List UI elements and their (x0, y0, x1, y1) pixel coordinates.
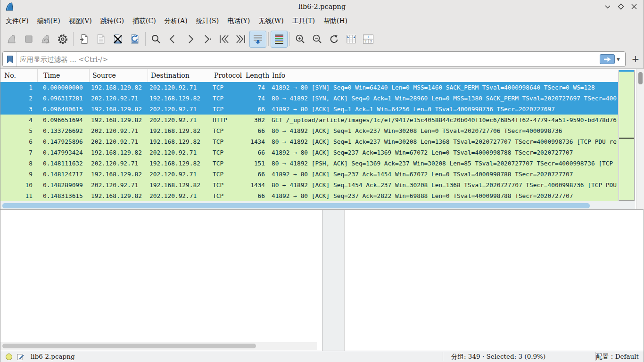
toolbar-separator (145, 32, 146, 46)
cell-no: 1 (0, 82, 37, 93)
last-packet-button[interactable] (232, 31, 249, 48)
menu-wireless[interactable]: 无线(W) (254, 13, 288, 28)
column-header-no[interactable]: No. (0, 69, 37, 82)
cell-src: 202.120.92.71 (89, 93, 148, 104)
status-profile[interactable]: 配置：Default (596, 351, 639, 362)
cell-no: 5 (0, 125, 37, 136)
pane-splitter[interactable] (322, 210, 345, 351)
cell-len: 1434 (243, 136, 269, 147)
menu-analyze[interactable]: 分析(A) (160, 13, 192, 28)
resize-columns-button[interactable] (343, 31, 360, 48)
packet-row[interactable]: 110.148313615192.168.129.82202.120.92.71… (0, 190, 618, 201)
details-horizontal-scrollbar[interactable] (0, 342, 317, 350)
column-header-time[interactable]: Time (37, 69, 89, 82)
cell-info: 80 → 41892 [ACK] Seq=1 Ack=237 Win=30208… (269, 136, 618, 147)
column-header-destination[interactable]: Destination (148, 69, 211, 82)
intelligent-scrollbar-minimap[interactable] (619, 70, 635, 201)
menu-statistics[interactable]: 统计(S) (192, 13, 223, 28)
packet-row[interactable]: 90.148124717192.168.129.82202.120.92.71T… (0, 169, 618, 180)
close-button[interactable] (629, 2, 639, 11)
menu-edit[interactable]: 编辑(E) (33, 13, 65, 28)
cell-info: 41892 → 80 [ACK] Seq=237 Ack=2822 Win=69… (269, 190, 618, 201)
cell-len: 302 (243, 115, 269, 125)
zoom-reset-button[interactable] (326, 31, 343, 48)
packet-row[interactable]: 60.147925896202.120.92.71192.168.129.82T… (0, 136, 618, 147)
expert-info-icon[interactable] (5, 353, 13, 361)
go-forward-button[interactable] (182, 31, 198, 48)
menu-file[interactable]: 文件(F) (1, 13, 33, 28)
filter-bar: ▼ + (0, 50, 644, 68)
reload-file-button[interactable] (126, 31, 143, 48)
packet-row[interactable]: 100.148289099202.120.92.71192.168.129.82… (0, 180, 618, 190)
display-filter-input[interactable] (17, 52, 600, 66)
start-capture-button[interactable] (3, 31, 20, 48)
packet-row[interactable]: 10.000000000192.168.129.82202.120.92.71T… (0, 82, 618, 93)
menu-telephony[interactable]: 电话(Y) (223, 13, 254, 28)
minimap-marker (619, 138, 634, 139)
find-packet-button[interactable] (148, 31, 165, 48)
cell-info: 41892 → 80 [ACK] Seq=1 Ack=1 Win=64256 L… (269, 104, 618, 115)
column-header-source[interactable]: Source (89, 69, 148, 82)
menu-help[interactable]: 帮助(H) (319, 13, 352, 28)
cell-dst: 202.120.92.71 (148, 169, 211, 180)
cell-src: 192.168.129.82 (89, 82, 148, 93)
go-to-packet-button[interactable] (198, 31, 215, 48)
close-file-button[interactable] (109, 31, 126, 48)
column-header-protocol[interactable]: Protocol (211, 69, 243, 82)
packet-row[interactable]: 80.148111632202.120.92.71192.168.129.82T… (0, 158, 618, 169)
status-bar: lib6-2.pcapng 分组: 349 · Selected: 3 (0.9… (0, 351, 644, 362)
menu-go[interactable]: 跳转(G) (96, 13, 128, 28)
zoom-out-button[interactable] (309, 31, 326, 48)
packet-row[interactable]: 40.096651694192.168.129.82202.120.92.71H… (0, 115, 618, 125)
menu-capture[interactable]: 捕获(C) (128, 13, 160, 28)
menu-view[interactable]: 视图(V) (65, 13, 96, 28)
cell-src: 202.120.92.71 (89, 180, 148, 190)
cell-no: 9 (0, 169, 37, 180)
column-header-length[interactable]: Length (243, 69, 269, 82)
auto-scroll-button[interactable] (249, 31, 266, 48)
packet-list-pane: No.TimeSourceDestinationProtocolLengthIn… (0, 68, 644, 209)
cell-proto: TCP (211, 125, 243, 136)
packet-list-horizontal-scrollbar[interactable] (0, 201, 635, 210)
packet-row[interactable]: 20.096317281202.120.92.71192.168.129.82T… (0, 93, 618, 104)
stop-capture-button[interactable] (20, 31, 37, 48)
packet-row[interactable]: 70.147993424192.168.129.82202.120.92.71T… (0, 147, 618, 158)
save-file-button[interactable] (92, 31, 109, 48)
packet-row[interactable]: 50.133726692202.120.92.71192.168.129.82T… (0, 125, 618, 136)
layout-button[interactable]: 123 (360, 31, 377, 48)
minimize-button[interactable] (603, 2, 612, 11)
zoom-in-button[interactable] (292, 31, 309, 48)
cell-no: 3 (0, 104, 37, 115)
vertical-scrollbar-thumb[interactable] (638, 72, 643, 84)
cell-src: 192.168.129.82 (89, 169, 148, 180)
bookmark-icon[interactable] (3, 52, 17, 66)
details-scrollbar-thumb[interactable] (2, 344, 256, 348)
maximize-button[interactable] (616, 2, 626, 11)
open-file-button[interactable] (75, 31, 92, 48)
cell-proto: TCP (211, 158, 243, 169)
cell-info: 41892 → 80 [ACK] Seq=237 Ack=1369 Win=67… (269, 147, 618, 158)
packet-row[interactable]: 30.096400615192.168.129.82202.120.92.71T… (0, 104, 618, 115)
filter-dropdown-caret-icon[interactable]: ▼ (617, 57, 623, 62)
cell-no: 8 (0, 158, 37, 169)
column-header-info[interactable]: Info (269, 69, 636, 82)
cell-no: 2 (0, 93, 37, 104)
capture-comment-icon[interactable] (17, 353, 24, 361)
cell-dst: 202.120.92.71 (148, 147, 211, 158)
restart-capture-button[interactable] (37, 31, 54, 48)
status-packet-counts: 分组: 349 · Selected: 3 (0.9%) (451, 351, 545, 362)
filter-add-button[interactable]: + (629, 52, 642, 66)
go-back-button[interactable] (165, 31, 182, 48)
first-packet-button[interactable] (215, 31, 232, 48)
colorize-packets-button[interactable] (271, 31, 288, 48)
cell-len: 66 (243, 147, 269, 158)
packet-list-vertical-scrollbar[interactable] (636, 69, 644, 210)
capture-options-button[interactable] (54, 31, 71, 48)
cell-dst: 202.120.92.71 (148, 190, 211, 201)
cell-len: 74 (243, 93, 269, 104)
horizontal-scrollbar-thumb[interactable] (2, 203, 590, 208)
cell-time: 0.096651694 (37, 115, 89, 125)
status-separator (443, 352, 443, 361)
apply-filter-button[interactable] (600, 54, 615, 64)
menu-tools[interactable]: 工具(T) (288, 13, 319, 28)
